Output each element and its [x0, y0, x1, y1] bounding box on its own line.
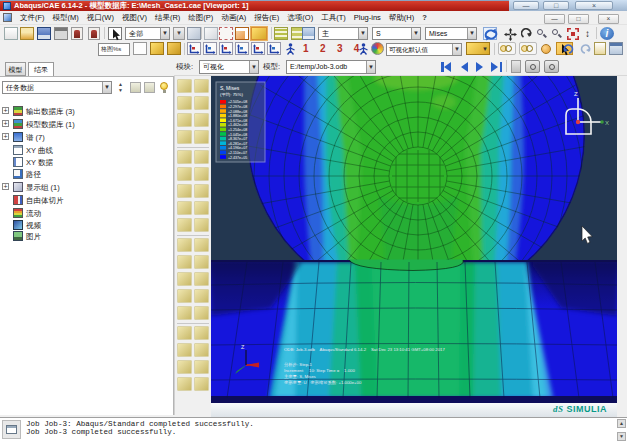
svg-text:+4.196e+07: +4.196e+07	[228, 146, 247, 150]
svg-text:+2.437e+05: +2.437e+05	[228, 156, 247, 160]
svg-text:分析步: Step-1: 分析步: Step-1	[284, 362, 313, 367]
svg-text:+6.281e+07: +6.281e+07	[228, 142, 247, 146]
svg-text:+8.367e+07: +8.367e+07	[228, 137, 247, 141]
svg-text:+1.880e+08: +1.880e+08	[228, 114, 247, 118]
svg-text:X: X	[605, 120, 609, 126]
svg-text:+1.045e+08: +1.045e+08	[228, 133, 247, 137]
svg-text:+1.254e+08: +1.254e+08	[228, 128, 247, 132]
svg-text:ODB: Job-3.odb Abaqus/Stand: ODB: Job-3.odb Abaqus/Standard 6.14-2 Sa…	[284, 347, 445, 352]
svg-text:主变量: S, Mises: 主变量: S, Mises	[284, 374, 316, 379]
svg-text:+2.297e+08: +2.297e+08	[228, 105, 247, 109]
svg-text:Z: Z	[574, 91, 578, 97]
svg-text:变形变量: U 变形缩放系数: +1.000e+00: 变形变量: U 变形缩放系数: +1.000e+00	[284, 380, 362, 385]
svg-text:+2.110e+07: +2.110e+07	[228, 151, 247, 155]
svg-text:(平均: 75%): (平均: 75%)	[220, 92, 243, 97]
svg-text:S, Mises: S, Mises	[220, 85, 240, 91]
svg-text:+1.462e+08: +1.462e+08	[228, 123, 247, 127]
svg-text:+1.671e+08: +1.671e+08	[228, 119, 247, 123]
svg-text:+2.505e+08: +2.505e+08	[228, 100, 247, 104]
svg-text:+2.088e+08: +2.088e+08	[228, 110, 247, 114]
svg-text:Increment 10: Step Time =: Increment 10: Step Time = 1.000	[284, 368, 355, 373]
